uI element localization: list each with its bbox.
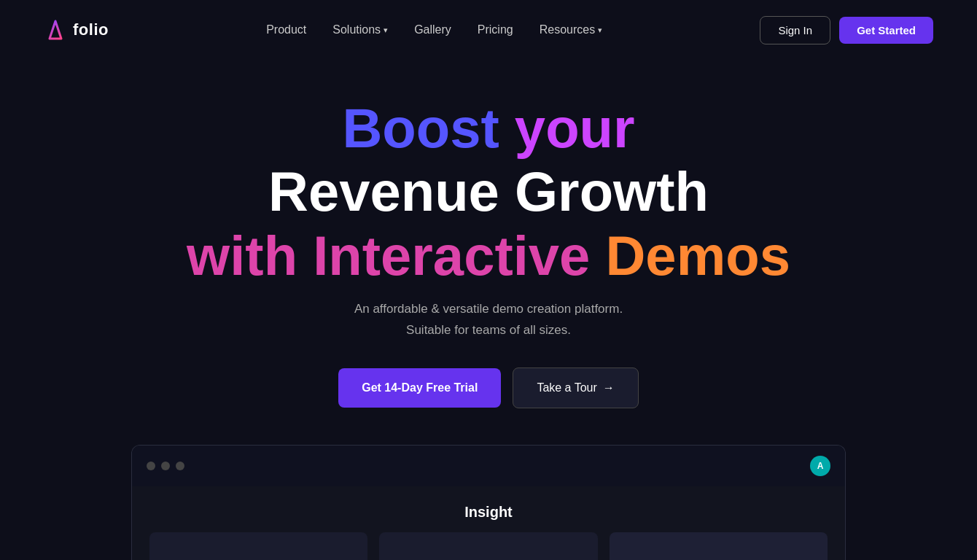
- svg-marker-0: [50, 21, 61, 39]
- demo-avatar: A: [810, 456, 830, 476]
- hero-interactive-word: Interactive: [313, 225, 590, 287]
- nav-product[interactable]: Product: [266, 23, 306, 36]
- nav-gallery[interactable]: Gallery: [414, 23, 451, 36]
- dot-1: [147, 462, 155, 470]
- demo-card-3: [610, 532, 828, 560]
- nav-pricing[interactable]: Pricing: [478, 23, 513, 36]
- hero-line2: Revenue Growth: [187, 160, 790, 223]
- take-a-tour-button[interactable]: Take a Tour →: [513, 368, 638, 408]
- demo-card-1: [149, 532, 367, 560]
- logo-icon: [44, 18, 67, 42]
- getstarted-button[interactable]: Get Started: [839, 17, 933, 44]
- navbar: folio Product Solutions ▾ Gallery Pricin…: [0, 0, 977, 60]
- arrow-icon: →: [603, 381, 615, 394]
- logo-text: folio: [73, 20, 109, 39]
- hero-buttons: Get 14-Day Free Trial Take a Tour →: [338, 368, 639, 408]
- nav-actions: Sign In Get Started: [760, 16, 933, 44]
- demo-insight-label: Insight: [149, 504, 828, 521]
- signin-button[interactable]: Sign In: [760, 16, 830, 44]
- hero-line1: Boost your: [187, 96, 790, 160]
- demo-card-2: [379, 532, 597, 560]
- hero-line3: with Interactive Demos: [187, 224, 790, 287]
- solutions-chevron-icon: ▾: [384, 26, 388, 35]
- hero-title: Boost your Revenue Growth with Interacti…: [187, 96, 790, 287]
- nav-resources[interactable]: Resources ▾: [540, 23, 602, 36]
- hero-boost-word: Boost: [342, 97, 499, 159]
- resources-chevron-icon: ▾: [598, 26, 602, 35]
- hero-with-word: with: [187, 225, 313, 287]
- logo[interactable]: folio: [44, 18, 109, 42]
- demo-titlebar: A: [132, 446, 845, 486]
- dot-2: [161, 462, 170, 470]
- hero-subtitle: An affordable & versatile demo creation …: [354, 299, 623, 341]
- nav-solutions[interactable]: Solutions ▾: [332, 23, 388, 36]
- demo-window-dots: [147, 462, 184, 470]
- hero-section: Boost your Revenue Growth with Interacti…: [0, 60, 977, 560]
- demo-cards-row: [149, 532, 828, 560]
- dot-3: [176, 462, 184, 470]
- hero-demos-word: Demos: [590, 225, 790, 287]
- free-trial-button[interactable]: Get 14-Day Free Trial: [338, 368, 501, 408]
- nav-links: Product Solutions ▾ Gallery Pricing Reso…: [266, 23, 602, 36]
- demo-content: Insight: [132, 486, 845, 560]
- demo-window: A Insight: [131, 445, 846, 560]
- hero-your-word: your: [499, 97, 635, 159]
